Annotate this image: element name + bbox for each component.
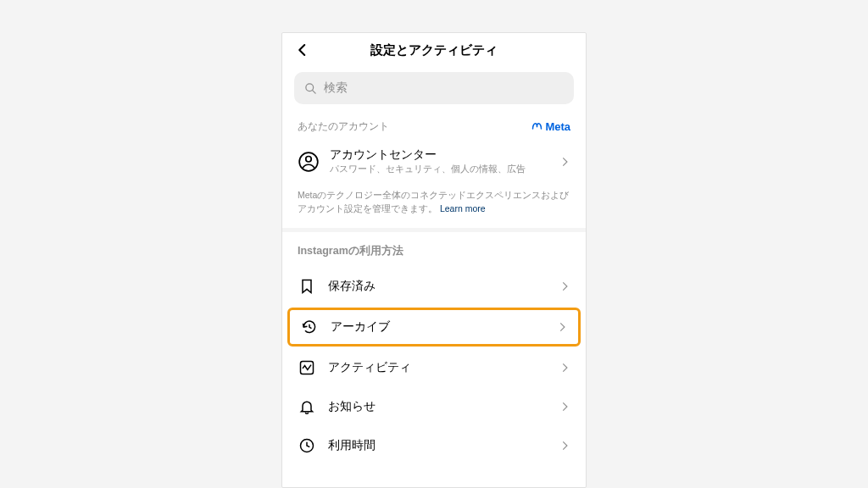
search-icon [304, 82, 317, 95]
account-center-row[interactable]: アカウントセンター パスワード、セキュリティ、個人の情報、広告 [282, 144, 586, 186]
meta-logo: Meta [531, 120, 570, 133]
svg-line-1 [312, 90, 315, 93]
chevron-left-icon [295, 42, 310, 58]
bookmark-icon [298, 277, 316, 296]
page-title: 設定とアクティビティ [370, 42, 498, 58]
bell-icon [298, 397, 316, 416]
list-label: アクティビティ [328, 360, 547, 375]
list-label: 保存済み [328, 279, 547, 294]
account-icon [298, 151, 320, 173]
list-item-activity[interactable]: アクティビティ [282, 348, 586, 387]
list-item-archive[interactable]: アーカイブ [287, 308, 581, 347]
account-section-header: あなたのアカウント Meta [282, 116, 586, 144]
chevron-right-icon [559, 280, 570, 292]
learn-more-link[interactable]: Learn more [440, 203, 486, 214]
account-center-title: アカウントセンター [330, 147, 548, 163]
settings-screen: 設定とアクティビティ 検索 あなたのアカウント Meta アカウントセンター パ… [281, 32, 587, 488]
activity-icon [298, 358, 316, 377]
list-label: 利用時間 [328, 438, 547, 453]
svg-point-3 [306, 156, 312, 162]
chevron-right-icon [559, 362, 570, 374]
history-icon [300, 318, 319, 336]
chevron-right-icon [556, 321, 568, 333]
account-center-sub: パスワード、セキュリティ、個人の情報、広告 [330, 164, 548, 175]
chevron-right-icon [559, 440, 570, 452]
search-input[interactable]: 検索 [294, 72, 574, 104]
list-label: アーカイブ [331, 319, 544, 335]
list-item-time[interactable]: 利用時間 [282, 426, 586, 465]
chevron-right-icon [559, 156, 570, 168]
account-section-title: あなたのアカウント [298, 119, 389, 134]
back-button[interactable] [294, 42, 311, 58]
account-description: Metaのテクノロジー全体のコネクテッドエクスペリエンスおよびアカウント設定を管… [282, 186, 586, 228]
header: 設定とアクティビティ [282, 33, 586, 67]
list-label: お知らせ [328, 399, 547, 414]
clock-icon [298, 436, 316, 455]
list-item-notifications[interactable]: お知らせ [282, 387, 586, 426]
list-item-saved[interactable]: 保存済み [282, 267, 586, 306]
usage-section-title: Instagramの利用方法 [282, 232, 586, 267]
meta-icon [531, 120, 543, 133]
chevron-right-icon [559, 401, 570, 413]
search-placeholder: 検索 [324, 80, 348, 96]
